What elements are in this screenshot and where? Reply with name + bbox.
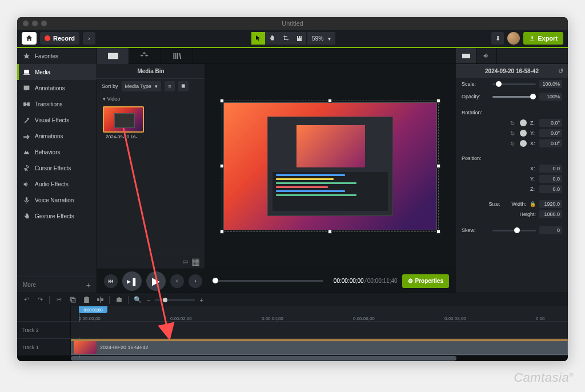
copy-button[interactable] (68, 295, 77, 305)
home-button[interactable] (22, 32, 37, 45)
sidebar-item-favorites[interactable]: Favorites (17, 48, 97, 64)
media-thumbnail[interactable]: 2024-09-20 16-... (103, 106, 144, 139)
download-button[interactable]: ⬇ (491, 32, 504, 45)
timeline-clip[interactable]: 2024-09-20 16-58-42 (71, 339, 568, 355)
sort-select[interactable]: Media Type ▾ (122, 81, 161, 91)
sidebar-item-animations[interactable]: Animations (17, 128, 97, 144)
sidebar-item-visual-effects[interactable]: Visual Effects (17, 112, 97, 128)
media-icon (23, 69, 30, 76)
rotation-z-value[interactable]: 0.0° (539, 119, 562, 127)
opacity-value[interactable]: 100% (539, 93, 562, 101)
timeline-ruler[interactable]: 0:00:00;00 0:00:00;00 0:00:02;00 0:00:04… (71, 306, 568, 321)
step-back-button[interactable]: ‹ (170, 274, 184, 288)
layout-toggle-list[interactable]: ▭ (182, 258, 188, 265)
seek-slider[interactable] (213, 280, 323, 282)
size-height-row: Height:1080.0 (456, 209, 568, 219)
export-button[interactable]: Export (523, 32, 563, 45)
width-value[interactable]: 1920.0 (539, 200, 562, 208)
rotation-x-row: ↻X:0.0° (456, 138, 568, 149)
zoom-in-button[interactable]: 🔍 (133, 295, 142, 305)
lock-icon[interactable]: 🔒 (530, 201, 536, 207)
record-options-button[interactable]: › (83, 32, 95, 45)
rotation-dial-x[interactable] (520, 140, 527, 147)
select-tool-button[interactable] (251, 32, 265, 45)
play-button[interactable]: ▶ (146, 271, 166, 291)
canvas-area[interactable] (205, 64, 456, 269)
sidebar-item-gesture-effects[interactable]: Gesture Effects (17, 208, 97, 224)
thumbnail-label: 2024-09-20 16-... (103, 134, 144, 139)
position-y-value[interactable]: 0.0 (539, 175, 562, 183)
opacity-slider[interactable] (492, 96, 536, 98)
skew-slider[interactable] (492, 230, 536, 231)
wand-icon (23, 117, 30, 124)
properties-button[interactable]: ⚙ Properties (402, 274, 449, 288)
rotation-x-value[interactable]: 0.0° (539, 139, 562, 147)
position-x-value[interactable]: 0.0 (539, 165, 562, 173)
step-forward-button[interactable]: › (189, 274, 202, 288)
skew-value[interactable]: 0 (539, 226, 562, 234)
sidebar-item-media[interactable]: Media (17, 64, 97, 80)
record-button[interactable]: Record (40, 32, 79, 45)
crop-tool-button[interactable] (279, 32, 292, 45)
cut-button[interactable]: ✂ (54, 295, 63, 305)
sidebar-item-label: Favorites (35, 53, 58, 59)
paste-button[interactable] (82, 295, 91, 305)
tab-templates[interactable] (161, 48, 193, 64)
canvas-clip[interactable] (224, 103, 436, 230)
sidebar-item-annotations[interactable]: Annotations (17, 80, 97, 96)
playhead-indicator[interactable]: 0:00:00;00 (79, 306, 107, 313)
scale-value[interactable]: 100.0% (539, 80, 562, 88)
window-title: Untitled (282, 20, 303, 27)
bin-canvas-row: Media Bin Sort by Media Type ▾ ≡ ≣ ▾ Vid… (97, 64, 456, 269)
play-pause-button[interactable]: ▸❚ (122, 271, 142, 291)
timeline-scrollbar[interactable] (17, 355, 568, 361)
magnet-tool-button[interactable] (292, 32, 306, 45)
layout-toggle-grid[interactable]: ▦ (191, 256, 200, 267)
scale-slider[interactable] (492, 83, 536, 85)
track-2-body[interactable] (71, 322, 568, 338)
prev-marker-button[interactable]: ⏮ (104, 274, 118, 288)
screenshot-button[interactable] (114, 295, 123, 305)
filmstrip-icon (108, 52, 118, 60)
undo-button[interactable]: ↶ (22, 295, 31, 305)
tab-library[interactable] (129, 48, 161, 64)
rotation-dial-z[interactable] (520, 119, 527, 126)
sidebar-item-label: Voice Narration (35, 197, 74, 203)
sort-value: Media Type (125, 83, 151, 89)
category-video: ▾ Video (97, 94, 205, 104)
position-label: Position: (462, 155, 489, 161)
size-label: Size: (488, 201, 508, 207)
track-2-header[interactable]: Track 2 (17, 322, 71, 338)
tab-media-bin[interactable] (97, 48, 129, 64)
window-controls[interactable] (23, 21, 47, 26)
sort-desc-button[interactable]: ≣ (178, 81, 189, 91)
add-panel-button[interactable]: + (86, 281, 91, 290)
sidebar-item-voice-narration[interactable]: Voice Narration (17, 192, 97, 208)
sidebar-item-behaviors[interactable]: Behaviors (17, 144, 97, 160)
rotation-y-value[interactable]: 0.0° (539, 129, 562, 137)
sidebar-item-cursor-effects[interactable]: Cursor Effects (17, 160, 97, 176)
main-toolbar: Record › 59% ▾ ⬇ (17, 30, 568, 48)
position-z-value[interactable]: 0.0 (539, 185, 562, 193)
rotate-icon: ↻ (508, 129, 516, 137)
tab-audio-properties[interactable] (476, 48, 497, 63)
rotation-dial-y[interactable] (520, 130, 527, 137)
track-1-header[interactable]: Track 1 (17, 339, 71, 355)
track-1-body[interactable]: 2024-09-20 16-58-42 (71, 339, 568, 355)
redo-button[interactable]: ↷ (35, 295, 45, 305)
pan-tool-button[interactable] (265, 32, 279, 45)
split-button[interactable] (95, 295, 105, 305)
sidebar-item-audio-effects[interactable]: Audio Effects (17, 176, 97, 192)
clip-thumbnail (74, 341, 97, 354)
home-icon (25, 34, 33, 42)
sidebar-item-transitions[interactable]: Transitions (17, 96, 97, 112)
sort-asc-button[interactable]: ≡ (165, 81, 175, 91)
timeline-zoom-slider[interactable] (155, 299, 195, 301)
height-value[interactable]: 1080.0 (539, 210, 562, 218)
user-avatar[interactable] (507, 32, 520, 45)
tab-visual-properties[interactable] (456, 48, 476, 63)
zoom-display[interactable]: 59% ▾ (307, 32, 335, 45)
download-icon: ⬇ (495, 35, 500, 42)
reset-icon[interactable]: ↺ (558, 67, 563, 75)
chevron-right-icon: › (194, 278, 196, 284)
